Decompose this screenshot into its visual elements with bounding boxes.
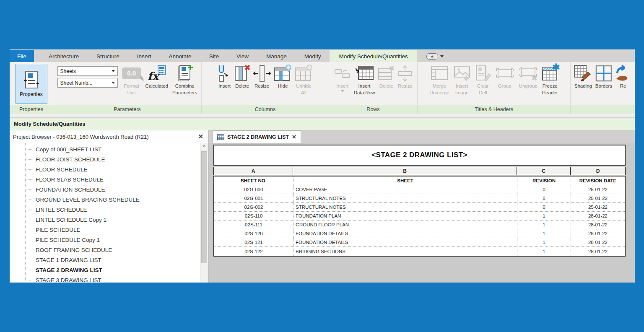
format-unit-button: 0.0✎ Format Unit	[122, 64, 141, 96]
tree-item[interactable]: GROUND LEVEL BRACING SCHEDULE	[10, 195, 200, 205]
table-cell[interactable]: 1	[517, 220, 571, 229]
close-icon[interactable]: ✕	[196, 133, 205, 140]
table-cell[interactable]: 28-01-22	[571, 229, 625, 238]
close-icon[interactable]: ✕	[292, 134, 296, 140]
project-browser-scrollbar[interactable]: ^	[200, 143, 208, 283]
properties-panel: Properties	[10, 62, 53, 105]
table-cell[interactable]: BRIDGING SECTIONS	[293, 247, 517, 256]
header-cell[interactable]: SHEET	[293, 176, 517, 185]
table-cell[interactable]: COVER PAGE	[293, 185, 517, 194]
borders-button[interactable]: Borders	[595, 64, 612, 89]
tree-item[interactable]: LINTEL SCHEDULE Copy 1	[10, 215, 200, 225]
tree-item[interactable]: PILE SCHEDULE	[10, 225, 200, 235]
table-cell[interactable]: 28-01-22	[571, 238, 625, 246]
table-cell[interactable]: 02G-001	[214, 194, 293, 202]
header-cell[interactable]: REVISION DATE	[571, 176, 625, 185]
reset-button[interactable]: Re	[615, 64, 631, 89]
table-cell[interactable]: 02S-120	[214, 229, 293, 238]
tree-item[interactable]: STAGE 1 DRAWING LIST	[10, 255, 200, 265]
sort-field-dropdown[interactable]: Sheet Numb...	[57, 78, 118, 88]
header-cell[interactable]: REVISION	[517, 176, 571, 185]
table-cell[interactable]: 25-01-22	[571, 203, 625, 211]
tab-annotate[interactable]: Annotate	[160, 50, 200, 62]
table-cell[interactable]: 28-01-22	[571, 220, 625, 229]
tab-file[interactable]: File	[10, 50, 34, 62]
table-cell[interactable]: GROUND FLOOR PLAN	[293, 220, 517, 229]
table-cell[interactable]: 02S-121	[214, 238, 293, 246]
table-cell[interactable]: 25-01-22	[571, 194, 625, 202]
properties-panel-label[interactable]: Properties	[10, 105, 53, 114]
table-cell[interactable]: 1	[517, 238, 571, 246]
table-cell[interactable]: FOUNDATION DETAILS	[293, 229, 517, 238]
scrollbar-thumb[interactable]	[201, 151, 207, 263]
chevron-down-icon[interactable]	[440, 55, 444, 57]
tree-item[interactable]: LINTEL SCHEDULE	[10, 205, 200, 215]
delete-column-button[interactable]: Delete	[234, 64, 250, 89]
properties-button[interactable]: Properties	[16, 64, 47, 104]
schedule-title[interactable]: <STAGE 2 DRAWING LIST>	[213, 145, 626, 166]
tree-item-label: ROOF FRAMING SCHEDULE	[36, 247, 112, 253]
column-letter[interactable]: B	[293, 167, 517, 175]
table-cell[interactable]: STRUCTURAL NOTES	[293, 203, 517, 211]
tab-insert[interactable]: Insert	[128, 50, 160, 62]
tab-manage[interactable]: Manage	[257, 50, 296, 62]
combine-parameters-button[interactable]: Combine Parameters	[172, 64, 197, 96]
tab-structure[interactable]: Structure	[88, 50, 128, 62]
tree-item[interactable]: ROOF FRAMING SCHEDULE	[10, 245, 200, 255]
ribbon-collapse-control[interactable]	[426, 50, 444, 62]
columns-panel-label[interactable]: Columns	[202, 105, 329, 114]
table-cell[interactable]: 25-01-22	[571, 185, 625, 194]
resize-column-button[interactable]: Resize	[253, 64, 271, 89]
table-cell[interactable]: 0	[517, 203, 571, 211]
table-cell[interactable]: 1	[517, 229, 571, 238]
column-letter[interactable]: D	[571, 167, 625, 175]
appearance-panel-label[interactable]	[571, 105, 635, 114]
tree-connector	[25, 260, 33, 260]
parameters-panel-label[interactable]: Parameters	[53, 105, 202, 114]
hide-column-button[interactable]: Hide	[274, 64, 292, 89]
table-cell[interactable]: 02G-002	[214, 203, 293, 211]
shading-button[interactable]: Shading	[574, 64, 593, 89]
header-cell[interactable]: SHEET NO.	[214, 176, 293, 185]
ribbon-collapse-icon[interactable]	[426, 53, 438, 60]
table-cell[interactable]: 0	[517, 185, 571, 194]
schedule-fields-dropdown[interactable]: Sheets	[57, 66, 118, 76]
rows-panel-label[interactable]: Rows	[329, 105, 418, 114]
tab-site[interactable]: Site	[200, 50, 228, 62]
table-cell[interactable]: 02S-110	[214, 212, 293, 220]
table-cell[interactable]: 1	[517, 212, 571, 220]
tree-item-label: GROUND LEVEL BRACING SCHEDULE	[36, 197, 140, 203]
table-cell[interactable]: 02S-111	[214, 220, 293, 229]
table-cell[interactable]: 28-01-22	[571, 212, 625, 220]
table-cell[interactable]: 0	[517, 194, 571, 202]
tree-item[interactable]: FLOOR SLAB SCHEDULE	[10, 174, 200, 184]
tree-item[interactable]: Copy of 000_SHEET LIST	[10, 144, 200, 154]
tree-item[interactable]: FOUNDATION SCHEDULE	[10, 184, 200, 195]
calculated-button[interactable]: fx Calculated	[145, 64, 168, 89]
tab-architecture[interactable]: Architecture	[40, 50, 88, 62]
insert-data-row-button[interactable]: Insert Data Row	[354, 64, 375, 96]
column-letter[interactable]: A	[214, 167, 293, 175]
table-cell[interactable]: 28-01-22	[571, 247, 625, 256]
insert-row-button: Insert	[334, 64, 351, 92]
tab-modify[interactable]: Modify	[296, 50, 330, 62]
tree-item[interactable]: STAGE 3 DRAWING LIST	[10, 275, 200, 283]
titles-headers-panel-label[interactable]: Titles & Headers	[418, 105, 571, 114]
table-cell[interactable]: FOUNDATION PLAN	[293, 212, 517, 220]
tab-view[interactable]: View	[228, 50, 257, 62]
table-cell[interactable]: 02S-122	[214, 247, 293, 256]
table-cell[interactable]: 1	[517, 247, 571, 256]
scroll-up-icon[interactable]: ^	[200, 143, 208, 150]
column-letter[interactable]: C	[517, 167, 571, 175]
tree-item[interactable]: FLOOR SCHEDULE	[10, 164, 200, 174]
tab-modify-schedule-quantities[interactable]: Modify Schedule/Quantities	[330, 50, 417, 62]
freeze-header-button[interactable]: ✱ Freeze Header	[542, 64, 558, 96]
tree-item[interactable]: FLOOR JOIST SCHEDULE	[10, 154, 200, 164]
table-cell[interactable]: 02G-000	[214, 185, 293, 194]
tree-item[interactable]: STAGE 2 DRAWING LIST	[10, 265, 200, 275]
insert-column-button[interactable]: Insert	[218, 64, 232, 89]
table-cell[interactable]: FOUNDATION DETAILS	[293, 238, 517, 246]
table-cell[interactable]: STRUCTURAL NOTES	[293, 194, 517, 202]
view-tab-stage2-drawing-list[interactable]: STAGE 2 DRAWING LIST ✕	[213, 130, 301, 143]
tree-item[interactable]: PILE SCHEDULE Copy 1	[10, 235, 200, 245]
